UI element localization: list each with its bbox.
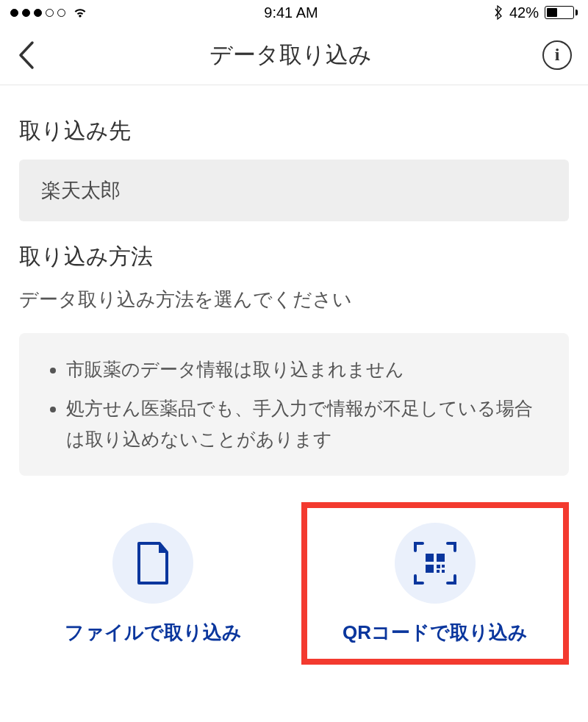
svg-rect-5 bbox=[437, 570, 440, 573]
battery-percentage: 42% bbox=[509, 4, 539, 21]
svg-rect-3 bbox=[437, 565, 440, 568]
bluetooth-icon bbox=[493, 4, 503, 21]
page-title: データ取り込み bbox=[209, 40, 372, 71]
svg-rect-4 bbox=[442, 565, 445, 568]
import-by-file-button[interactable]: ファイルで取り込み bbox=[19, 502, 287, 665]
back-button[interactable] bbox=[16, 40, 38, 71]
note-item: 処方せん医薬品でも、手入力で情報が不足している場合は取り込めないことがあります bbox=[66, 393, 542, 455]
info-button[interactable]: i bbox=[542, 40, 572, 70]
import-by-qr-button[interactable]: QRコードで取り込み bbox=[301, 502, 569, 665]
destination-select[interactable]: 楽天太郎 bbox=[19, 160, 569, 221]
signal-strength-icon bbox=[10, 9, 65, 17]
svg-rect-0 bbox=[426, 554, 434, 562]
qr-icon bbox=[395, 523, 476, 604]
svg-rect-2 bbox=[426, 565, 434, 573]
method-heading: 取り込み方法 bbox=[19, 242, 569, 272]
import-by-file-label: ファイルで取り込み bbox=[65, 620, 242, 646]
method-instruction: データ取り込み方法を選んでください bbox=[19, 287, 569, 312]
nav-bar: データ取り込み i bbox=[0, 25, 588, 85]
svg-rect-6 bbox=[442, 570, 445, 573]
svg-rect-1 bbox=[437, 554, 445, 562]
method-notes: 市販薬のデータ情報は取り込まれません 処方せん医薬品でも、手入力で情報が不足して… bbox=[19, 333, 569, 476]
status-bar: 9:41 AM 42% bbox=[0, 0, 588, 25]
file-icon bbox=[112, 523, 193, 604]
destination-heading: 取り込み先 bbox=[19, 116, 569, 146]
wifi-icon bbox=[71, 4, 89, 21]
note-item: 市販薬のデータ情報は取り込まれません bbox=[66, 354, 542, 385]
destination-value: 楽天太郎 bbox=[41, 179, 121, 201]
battery-icon bbox=[545, 6, 578, 19]
status-time: 9:41 AM bbox=[264, 4, 318, 21]
import-by-qr-label: QRコードで取り込み bbox=[343, 620, 528, 646]
